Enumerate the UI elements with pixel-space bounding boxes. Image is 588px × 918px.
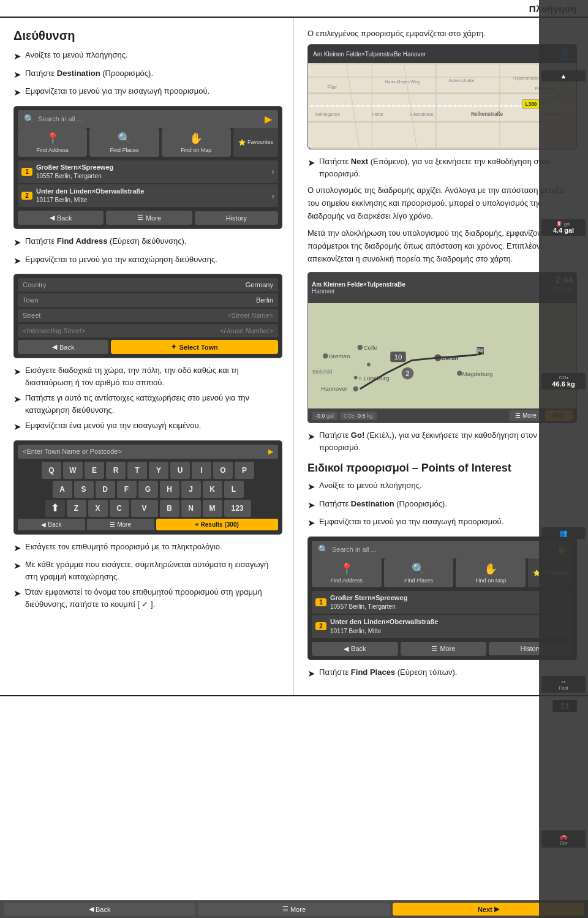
svg-point-31 <box>367 363 371 366</box>
bullet-arrow-icon: ➤ <box>13 587 21 601</box>
poi-find-address-label: Find Address <box>331 578 363 584</box>
kb-key-u[interactable]: U <box>170 462 190 479</box>
find-address-btn[interactable]: 📍 Find Address <box>18 128 87 157</box>
bullets-after-nav: ➤ Πατήστε Find Address (Εύρεση διεύθυνση… <box>13 235 282 268</box>
bullet-text: Πατήστε Destination (Προορισμός). <box>319 498 577 510</box>
route-stat-co2: CO₂ 46.6 kg <box>541 373 577 389</box>
addr-label-country: Country <box>23 281 90 288</box>
poi-find-on-map-btn[interactable]: ✋ Find on Map <box>456 559 526 587</box>
kb-key-v[interactable]: V <box>131 500 158 517</box>
kb-key-t[interactable]: T <box>127 462 147 479</box>
bullet-text: Πατήστε Find Places (Εύρεση τόπων). <box>319 666 577 679</box>
addr-select-label: Select Town <box>179 344 217 351</box>
search-icon: 🔍 <box>24 114 34 124</box>
kb-key-123[interactable]: 123 <box>224 500 251 517</box>
nav-more-btn-2[interactable]: ☰ More <box>401 642 487 656</box>
kb-key-w[interactable]: W <box>63 462 83 479</box>
favourites-icon: ⭐ <box>238 139 246 146</box>
bullet-arrow-icon: ➤ <box>13 50 21 64</box>
kb-back-label: Back <box>48 521 61 528</box>
kb-key-z[interactable]: Z <box>67 500 86 517</box>
addr-back-label: Back <box>59 344 74 351</box>
kb-key-k[interactable]: K <box>203 481 222 498</box>
poi-title-text: Ειδικοί προορισμοί – Points of Interest <box>307 462 511 474</box>
kb-key-r[interactable]: R <box>106 462 126 479</box>
kb-key-g[interactable]: G <box>138 481 158 498</box>
addr-value-street: <Street Name> <box>90 312 273 319</box>
kb-key-y[interactable]: Y <box>149 462 168 479</box>
addr-label-street: Street <box>23 312 90 319</box>
list-num-2: 2 <box>21 192 32 200</box>
kb-key-m[interactable]: M <box>203 500 222 517</box>
poi-list-sub-2: 10117 Berlin, Mitte <box>330 627 562 636</box>
svg-text:Tulpenstraße: Tulpenstraße <box>513 75 539 81</box>
poi-list-item-2[interactable]: 2 Unter den Linden×Oberwallstraße 10117 … <box>312 615 573 638</box>
nav-history-btn-1[interactable]: History <box>195 211 278 225</box>
kb-key-f[interactable]: F <box>117 481 137 498</box>
kb-key-e[interactable]: E <box>85 462 104 479</box>
poi-list-text-1: Großer Stern×Spreeweg 10557 Berlin, Tier… <box>330 593 562 611</box>
poi-find-address-btn[interactable]: 📍 Find Address <box>312 559 382 587</box>
addr-select-btn[interactable]: ✦ Select Town <box>111 340 278 354</box>
kb-key-p[interactable]: P <box>235 462 254 479</box>
kb-key-n[interactable]: N <box>181 500 201 517</box>
kb-more-btn[interactable]: ☰ More <box>87 519 154 530</box>
route-metric-2-label: CO₂ <box>344 413 355 419</box>
svg-text:Hans-Meyer-Weg: Hans-Meyer-Weg <box>385 80 420 85</box>
find-places-btn[interactable]: 🔍 Find Places <box>89 128 159 157</box>
nav-back-btn-2[interactable]: ◀ Back <box>312 642 398 656</box>
route-top-bar: Am Kleinen Felde×TulpenstraBe Hanover 2:… <box>308 273 576 303</box>
kb-key-l[interactable]: L <box>224 481 244 498</box>
find-on-map-label: Find on Map <box>181 147 211 153</box>
nav-search-bar-2: 🔍 Search in all ... ▶ <box>312 541 573 559</box>
nav-icons-row: 📍 Find Address 🔍 Find Places ✋ Find on M… <box>14 128 282 159</box>
poi-find-on-map-icon: ✋ <box>484 562 497 576</box>
nav-back-btn-1[interactable]: ◀ Back <box>18 211 104 225</box>
bullet-item: ➤ Εμφανίζεται το μενού για την εισαγωγή … <box>13 85 282 100</box>
list-main-1: Großer Stern×Spreeweg <box>36 163 268 172</box>
kb-key-x[interactable]: X <box>88 500 108 517</box>
bullet-item: ➤ Πατήστε γι αυτό τις αντίστοιχες καταχω… <box>13 392 282 416</box>
history-label-1: History <box>226 214 247 222</box>
bullet-text: Πατήστε γι αυτό τις αντίστοιχες καταχωρή… <box>25 392 282 416</box>
bullet-text: Πατήστε Destination (Προορισμός). <box>25 67 282 80</box>
map-svg-area: Flier Hans-Meyer-Weg Asternstraße Tulpen… <box>308 63 576 149</box>
kb-key-q[interactable]: Q <box>42 462 61 479</box>
kb-key-o[interactable]: O <box>213 462 233 479</box>
kb-bottom-row: ◀ Back ☰ More ≡ Results (300) <box>18 519 278 530</box>
addr-label-intersect: <Intersecting Street> <box>23 327 90 334</box>
route-screen: Am Kleinen Felde×TulpenstraBe Hanover 2:… <box>307 272 577 424</box>
nav-more-btn-1[interactable]: ☰ More <box>106 211 192 225</box>
find-on-map-btn[interactable]: ✋ Find on Map <box>162 128 231 157</box>
kb-key-h[interactable]: H <box>160 481 179 498</box>
kb-key-i[interactable]: I <box>192 462 211 479</box>
kb-key-a[interactable]: A <box>53 481 72 498</box>
favourites-btn[interactable]: ⭐ Favourites <box>233 128 278 157</box>
svg-point-27 <box>354 376 358 380</box>
kb-key-d[interactable]: D <box>96 481 115 498</box>
route-metric-2: CO₂ -0.5 kg <box>340 412 377 420</box>
addr-back-btn[interactable]: ◀ Back <box>18 340 108 354</box>
kb-key-s[interactable]: S <box>74 481 94 498</box>
text-para-1: Ο υπολογισμός της διαδρομής αρχίζει. Ανά… <box>307 184 577 222</box>
bullet-item: ➤ Εμφανίζεται ένα μενού για την εισαγωγή… <box>13 419 282 434</box>
poi-list-item-1[interactable]: 1 Großer Stern×Spreeweg 10557 Berlin, Ti… <box>312 591 573 614</box>
kb-back-btn[interactable]: ◀ Back <box>18 519 85 530</box>
list-item-1[interactable]: 1 Großer Stern×Spreeweg 10557 Berlin, Ti… <box>18 160 278 183</box>
route-more-btn[interactable]: ☰ More <box>509 410 543 421</box>
kb-results-label: Results (300) <box>201 521 239 528</box>
kb-key-shift[interactable]: ⬆ <box>45 500 65 517</box>
svg-text:Hannover: Hannover <box>321 385 348 392</box>
list-item-2[interactable]: 2 Unter den Linden×Oberwallstraße 10117 … <box>18 184 278 207</box>
bullet-arrow-icon: ➤ <box>13 86 21 100</box>
list-arrow-1: › <box>271 167 274 176</box>
kb-results-btn[interactable]: ≡ Results (300) <box>156 519 279 530</box>
bullet-arrow-icon: ➤ <box>13 68 21 82</box>
kb-key-c[interactable]: C <box>110 500 129 517</box>
svg-point-29 <box>358 345 363 350</box>
kb-key-j[interactable]: J <box>181 481 201 498</box>
kb-key-b[interactable]: B <box>160 500 179 517</box>
route-more-label: More <box>522 412 537 419</box>
poi-find-places-btn[interactable]: 🔍 Find Places <box>384 559 454 587</box>
bullet-item: ➤ Πατήστε Destination (Προορισμός). <box>13 67 282 82</box>
